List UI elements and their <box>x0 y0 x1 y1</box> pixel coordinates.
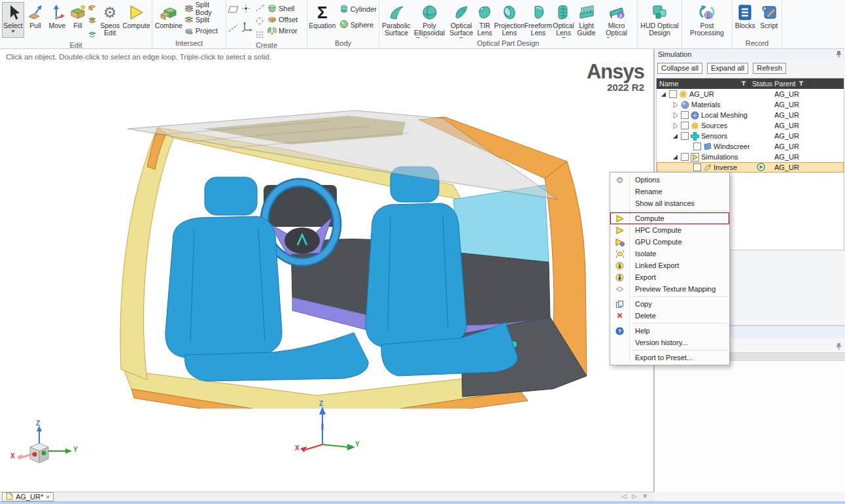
optical-surface-button[interactable]: Optical Surface <box>447 2 475 38</box>
menu-item-isolate[interactable]: Isolate <box>610 248 729 260</box>
nav-close-icon[interactable]: ✕ <box>642 493 647 499</box>
menu-item-preview-texture-mapping[interactable]: Preview Texture Mapping <box>610 283 729 295</box>
document-tab[interactable]: AG_UR* × <box>2 492 54 501</box>
menu-item-help[interactable]: ? Help <box>610 325 729 337</box>
blocks-button[interactable]: Blocks <box>734 2 756 38</box>
hud-optical-design-button[interactable]: HUD Optical Design <box>640 2 680 38</box>
pattern-grid-icon[interactable] <box>255 29 265 41</box>
menu-item-options[interactable]: ⚙ Options <box>610 174 729 186</box>
micro-optical-stripes-button[interactable]: β Micro Optical Stripes <box>598 2 635 38</box>
menu-item-export[interactable]: Export <box>610 271 729 283</box>
fill-button[interactable]: Fill <box>69 2 86 38</box>
select-button[interactable]: Select <box>2 2 24 38</box>
combine-icon <box>159 3 179 22</box>
freeform-lens-button[interactable]: Freeform Lens <box>525 2 552 38</box>
script-button[interactable]: Script <box>759 2 780 38</box>
expanded-twisty-icon[interactable] <box>659 90 667 98</box>
small-edit-icon-2[interactable] <box>88 29 97 41</box>
small-edit-icon[interactable] <box>88 16 97 28</box>
checkbox[interactable] <box>681 132 689 140</box>
pull-button[interactable]: Pull <box>26 2 45 38</box>
menu-item-rename[interactable]: Rename <box>610 186 729 197</box>
menu-item-hpc-compute[interactable]: HPC Compute <box>610 224 729 236</box>
replace-face-icon[interactable] <box>88 3 97 15</box>
menu-item-copy[interactable]: Copy <box>610 298 729 310</box>
collapsed-twisty-icon[interactable] <box>671 101 679 109</box>
sensors-icon <box>691 132 699 141</box>
point-icon[interactable] <box>241 4 252 16</box>
cylinder-button[interactable]: Cylinder <box>339 4 377 14</box>
collapse-all-button[interactable]: Collapse all <box>657 63 702 74</box>
checkbox[interactable] <box>693 163 701 171</box>
tree-row-sensors[interactable]: Sensors AG_UR <box>657 131 844 141</box>
menu-item-version-history[interactable]: Version history... <box>610 337 729 348</box>
split-button[interactable]: Split <box>184 14 224 25</box>
combine-button[interactable]: Combine <box>154 2 183 38</box>
poly-ellipsoidal-reflector-button[interactable]: Poly Ellipsoidal Reflector <box>411 2 447 38</box>
tab-navigation: ◁ ▷ ✕ <box>622 493 647 499</box>
menu-item-delete[interactable]: ✕ Delete <box>610 310 729 322</box>
sketch-line-icon[interactable] <box>228 23 239 35</box>
menu-item-export-to-preset[interactable]: Export to Preset... <box>610 352 729 363</box>
menu-item-gpu-compute[interactable]: GPU Compute <box>610 236 729 248</box>
tir-lens-button[interactable]: TIR Lens <box>475 2 494 38</box>
view-cube-triad[interactable]: Z X Y <box>14 424 80 473</box>
optical-lens-button[interactable]: Optical Lens <box>552 2 575 38</box>
column-header-status[interactable]: Status <box>750 78 772 89</box>
menu-item-linked-export[interactable]: Linked Export <box>610 260 729 271</box>
projection-lens-button[interactable]: Projection Lens <box>494 2 525 38</box>
plane-icon[interactable] <box>228 5 239 16</box>
tree-row-sources[interactable]: Sources AG_UR <box>657 120 844 131</box>
nav-previous-icon[interactable]: ◁ <box>622 493 627 499</box>
collapsed-twisty-icon[interactable] <box>671 111 679 119</box>
tree-row-simulations[interactable]: Simulations AG_UR <box>657 152 844 162</box>
checkbox[interactable] <box>669 90 677 98</box>
post-processing-button[interactable]: β Post Processing <box>684 2 730 38</box>
tree-row-inverse-selected[interactable]: Inverse AG_UR <box>657 162 844 173</box>
filter-funnel-icon[interactable] <box>798 80 804 88</box>
tab-close-icon[interactable]: × <box>46 494 50 501</box>
checkbox[interactable] <box>693 143 701 150</box>
move-button[interactable]: Move <box>46 2 67 38</box>
shell-button[interactable]: Shell <box>267 3 298 14</box>
column-header-name[interactable]: Name <box>657 78 750 89</box>
expanded-twisty-icon[interactable] <box>671 132 679 140</box>
axes-icon[interactable] <box>241 22 252 35</box>
equation-button[interactable]: Σ Equation <box>309 2 336 38</box>
collapsed-twisty-icon[interactable] <box>671 122 679 129</box>
split-body-button[interactable]: Split Body <box>184 3 224 14</box>
compute-button[interactable]: Compute <box>123 2 150 38</box>
tree-row-windscreen[interactable]: Windscreen AG_UR <box>657 141 844 152</box>
tree-node-label: Sources <box>701 122 727 129</box>
nav-next-icon[interactable]: ▷ <box>632 493 637 499</box>
expanded-twisty-icon[interactable] <box>671 153 679 161</box>
checkbox[interactable] <box>681 122 689 129</box>
column-header-parent[interactable]: Parent <box>772 78 810 89</box>
tree-row-local-meshing[interactable]: Local Meshing AG_UR <box>657 110 844 120</box>
checkbox[interactable] <box>681 111 689 119</box>
docked-panel-content <box>655 361 845 504</box>
expand-all-button[interactable]: Expand all <box>707 63 748 74</box>
pin-icon[interactable] <box>835 50 842 59</box>
tree-row-ag-ur[interactable]: AG_UR AG_UR <box>657 89 844 99</box>
pin-icon[interactable] <box>835 341 842 353</box>
offset-button[interactable]: Offset <box>267 14 298 25</box>
pattern-linear-icon[interactable] <box>255 3 265 15</box>
filter-funnel-icon[interactable] <box>740 80 747 88</box>
refresh-button[interactable]: Refresh <box>753 63 786 74</box>
checkbox[interactable] <box>681 153 689 161</box>
speos-edit-button[interactable]: ⚙ Speos Edit <box>98 2 122 38</box>
light-guide-button[interactable]: Light Guide <box>575 2 598 38</box>
tree-row-materials[interactable]: Materials AG_UR <box>657 99 844 110</box>
car-interior-model[interactable] <box>95 101 592 409</box>
menu-item-compute[interactable]: Compute <box>610 212 729 224</box>
status-running-icon[interactable] <box>757 163 765 173</box>
3d-viewport[interactable]: Click an object. Double-click to select … <box>0 49 654 492</box>
mirror-button[interactable]: Mirror <box>267 25 298 36</box>
sphere-button[interactable]: Sphere <box>339 20 377 30</box>
menu-item-show-all-instances[interactable]: Show all instances <box>610 197 729 209</box>
compute-play-icon <box>126 3 146 22</box>
pattern-circular-icon[interactable] <box>255 16 265 28</box>
parabolic-surface-button[interactable]: Parabolic Surface <box>381 2 411 38</box>
project-button[interactable]: Project <box>184 25 224 36</box>
